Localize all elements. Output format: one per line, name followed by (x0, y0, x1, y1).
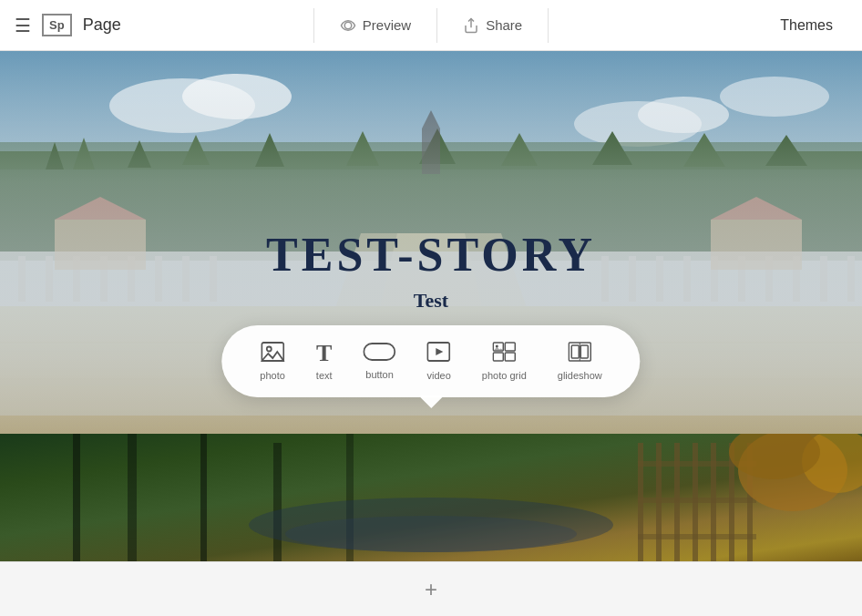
toolbar-video[interactable]: video (415, 336, 464, 386)
video-label: video (427, 370, 451, 381)
svg-rect-86 (638, 498, 756, 503)
share-label: Share (486, 17, 522, 33)
preview-icon (340, 17, 356, 34)
share-icon (463, 17, 479, 34)
button-label: button (365, 369, 394, 380)
story-title: TEST-STORY (266, 228, 596, 282)
hero-section: TEST-STORY Test photo T text (0, 51, 862, 488)
svg-point-55 (267, 347, 272, 352)
glideshow-icon (568, 342, 591, 365)
svg-rect-74 (273, 443, 282, 561)
svg-rect-57 (364, 344, 395, 360)
story-subtitle: Test (414, 289, 448, 313)
preview-label: Preview (363, 17, 411, 33)
logo-text: Page (83, 15, 121, 35)
preview-button[interactable]: Preview (313, 8, 437, 43)
main-content: TEST-STORY Test photo T text (0, 51, 862, 616)
app-header: ☰ Sp Page Preview Share Themes (0, 0, 862, 51)
photo-grid-icon (492, 342, 516, 365)
header-left: ☰ Sp Page (0, 14, 182, 36)
svg-rect-87 (638, 534, 756, 539)
svg-rect-62 (493, 353, 503, 361)
photo-grid-label: photo grid (482, 370, 527, 381)
svg-rect-71 (73, 434, 80, 561)
video-icon (427, 342, 451, 365)
svg-point-0 (344, 22, 352, 29)
toolbar-photo-grid[interactable]: photo grid (469, 336, 539, 386)
themes-button[interactable]: Themes (780, 17, 833, 34)
svg-rect-67 (571, 345, 579, 358)
toolbar-button[interactable]: button (351, 337, 409, 385)
svg-rect-61 (505, 343, 515, 351)
svg-rect-68 (580, 345, 588, 358)
bottom-image-section (0, 434, 862, 561)
glideshow-label: glideshow (558, 370, 602, 381)
add-section-button[interactable]: + (425, 579, 437, 601)
toolbar-photo[interactable]: photo (247, 336, 298, 386)
svg-point-77 (285, 516, 577, 552)
bottom-image-svg (0, 434, 862, 561)
photo-label: photo (260, 370, 285, 381)
svg-rect-63 (505, 353, 515, 361)
header-center: Preview Share (182, 8, 680, 43)
hamburger-icon[interactable]: ☰ (15, 15, 31, 36)
share-button[interactable]: Share (437, 8, 549, 43)
content-toolbar: photo T text button (221, 325, 640, 397)
photo-icon (261, 342, 284, 365)
add-section-bar: + (0, 561, 862, 616)
logo-sp: Sp (42, 14, 72, 36)
toolbar-glideshow[interactable]: glideshow (545, 336, 615, 386)
button-icon (364, 343, 396, 364)
text-label: text (316, 370, 333, 381)
svg-marker-56 (262, 352, 283, 361)
toolbar-text[interactable]: T text (303, 336, 345, 386)
svg-marker-65 (494, 347, 503, 350)
header-right: Themes (680, 17, 862, 34)
text-icon: T (316, 342, 332, 365)
svg-marker-59 (436, 348, 444, 355)
svg-rect-72 (128, 434, 137, 561)
svg-rect-73 (200, 434, 207, 561)
hero-title-overlay: TEST-STORY Test (0, 51, 862, 488)
